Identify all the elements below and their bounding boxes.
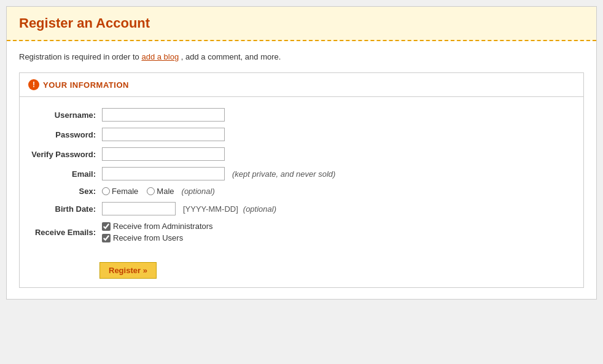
male-radio-label[interactable]: Male	[147, 187, 174, 196]
sex-hint: (optional)	[182, 187, 215, 196]
email-row: Email: (kept private, and never sold)	[28, 167, 575, 180]
email-hint: (kept private, and never sold)	[232, 169, 335, 179]
email-label: Email:	[28, 169, 102, 179]
intro-prefix: Registration is required in order to	[19, 52, 141, 61]
your-information-section: ! YOUR INFORMATION Username: Password: V…	[19, 72, 584, 288]
password-row: Password:	[28, 128, 575, 141]
add-blog-link[interactable]: add a blog	[141, 52, 179, 61]
email-input[interactable]	[102, 167, 225, 180]
receive-users-label[interactable]: Receive from Users	[102, 233, 213, 242]
username-input[interactable]	[102, 108, 225, 122]
birthdate-label: Birth Date:	[28, 204, 102, 214]
password-input[interactable]	[102, 128, 225, 141]
info-icon: !	[28, 79, 39, 90]
password-label: Password:	[28, 130, 102, 139]
birthdate-row: Birth Date: [YYYY-MM-DD] (optional)	[28, 202, 575, 215]
username-label: Username:	[28, 110, 102, 120]
female-label: Female	[112, 187, 138, 196]
section-title: YOUR INFORMATION	[43, 80, 129, 90]
male-radio[interactable]	[147, 187, 155, 195]
verify-password-row: Verify Password:	[28, 147, 575, 161]
receive-emails-label: Receive Emails:	[28, 228, 102, 237]
button-row: Register »	[20, 254, 583, 281]
sex-radio-group: Female Male	[102, 187, 174, 196]
page-header: Register an Account	[7, 7, 596, 41]
birthdate-optional: (optional)	[243, 204, 276, 214]
birthdate-format: [YYYY-MM-DD]	[183, 204, 238, 214]
female-radio[interactable]	[102, 187, 110, 195]
page-body: Registration is required in order to add…	[7, 41, 596, 299]
receive-users-text: Receive from Users	[113, 233, 183, 242]
male-label: Male	[157, 187, 174, 196]
receive-admins-checkbox[interactable]	[102, 222, 111, 231]
username-row: Username:	[28, 108, 575, 122]
section-header: ! YOUR INFORMATION	[20, 79, 583, 97]
intro-suffix: , add a comment, and more.	[181, 52, 281, 61]
receive-users-checkbox[interactable]	[102, 234, 111, 242]
form-area: Username: Password: Verify Password: Ema…	[20, 104, 583, 252]
page-wrapper: Register an Account Registration is requ…	[6, 6, 597, 300]
intro-text: Registration is required in order to add…	[19, 52, 584, 61]
birthdate-input[interactable]	[102, 202, 176, 215]
receive-admins-label[interactable]: Receive from Administrators	[102, 222, 213, 231]
receive-admins-text: Receive from Administrators	[113, 222, 213, 231]
sex-label: Sex:	[28, 187, 102, 196]
page-title: Register an Account	[19, 15, 584, 31]
register-button[interactable]: Register »	[99, 262, 157, 279]
female-radio-label[interactable]: Female	[102, 187, 138, 196]
receive-emails-group: Receive from Administrators Receive from…	[102, 222, 213, 242]
sex-row: Sex: Female Male (optional)	[28, 187, 575, 196]
receive-emails-row: Receive Emails: Receive from Administrat…	[28, 222, 575, 242]
verify-password-label: Verify Password:	[28, 150, 102, 159]
verify-password-input[interactable]	[102, 147, 225, 161]
